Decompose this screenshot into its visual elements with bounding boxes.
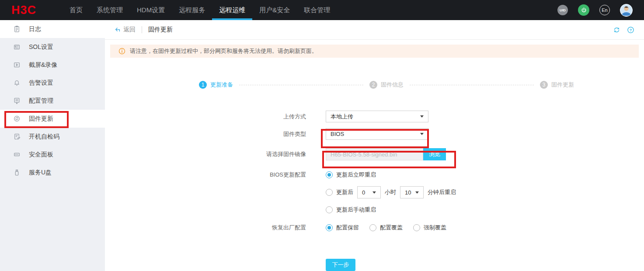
upload-method-select[interactable]: 本地上传: [326, 111, 428, 122]
firmware-image-label: 请选择固件镜像: [105, 148, 306, 160]
nav-item-user-security[interactable]: 用户&安全: [252, 0, 297, 20]
stepper: 1 更新准备 2 固件信息 3 固件更新: [105, 81, 644, 89]
minutes-suffix-label: 分钟后重启: [428, 188, 456, 196]
firmware-update-icon: [13, 115, 21, 122]
sidebar: 日志 SOL设置 截屏&录像 告警设置 配置管理: [0, 20, 105, 271]
sidebar-item-service-usb[interactable]: 服务U盘: [0, 163, 105, 181]
back-button[interactable]: 返回: [115, 26, 136, 34]
avatar[interactable]: [620, 4, 633, 17]
chevron-down-icon: [415, 191, 419, 194]
sidebar-item-label: 配置管理: [29, 97, 53, 105]
browse-button[interactable]: 浏览: [423, 148, 446, 160]
radio-button-icon: [326, 189, 333, 196]
sidebar-item-label: 安全面板: [29, 151, 53, 159]
main-content: 返回 固件更新 ? 请注意，在固件更新过程中，部分网页和服务将无法使用。请勿刷新…: [105, 20, 644, 271]
delay-hours-value: 0: [362, 189, 365, 196]
chevron-down-icon: [420, 133, 424, 135]
sidebar-item-config-management[interactable]: 配置管理: [0, 92, 105, 110]
security-panel-icon: [13, 151, 21, 158]
sidebar-item-label: 截屏&录像: [29, 61, 57, 69]
step-connector: [239, 85, 363, 85]
sidebar-item-alarm-settings[interactable]: 告警设置: [0, 74, 105, 92]
next-step-button[interactable]: 下一步: [326, 259, 355, 271]
radio-config-force-overwrite[interactable]: 强制覆盖: [413, 224, 446, 232]
hours-unit-label: 小时: [385, 188, 396, 196]
radio-button-icon: [413, 224, 420, 231]
sidebar-item-post-code[interactable]: 开机自检码: [0, 128, 105, 146]
step-label: 固件信息: [381, 81, 404, 89]
firmware-type-value: BIOS: [331, 131, 344, 137]
firmware-update-form: 上传方式 本地上传 固件类型 BIOS 请选择固: [105, 111, 644, 271]
back-label: 返回: [123, 26, 136, 34]
breadcrumb: 返回 固件更新 ?: [105, 20, 644, 40]
radio-button-icon: [326, 224, 333, 231]
sidebar-item-security-panel[interactable]: 安全面板: [0, 146, 105, 163]
sidebar-item-label: 告警设置: [29, 79, 53, 87]
delay-minutes-value: 10: [405, 189, 411, 196]
help-icon[interactable]: ?: [627, 26, 634, 34]
sidebar-item-firmware-update[interactable]: 固件更新: [0, 110, 105, 128]
nav-item-home[interactable]: 首页: [63, 0, 90, 20]
sidebar-item-label: SOL设置: [29, 43, 53, 51]
firmware-type-row: 固件类型 BIOS: [105, 128, 644, 140]
radio-label: 更新后手动重启: [336, 206, 376, 214]
config-management-icon: [13, 97, 21, 104]
sidebar-item-screen-record[interactable]: 截屏&录像: [0, 56, 105, 74]
chevron-down-icon: [372, 191, 376, 194]
avatar-image: [620, 4, 633, 17]
language-button[interactable]: En: [599, 5, 610, 15]
radio-restart-delayed[interactable]: 更新后: [326, 188, 353, 196]
nav-item-hdm-settings[interactable]: HDM设置: [130, 0, 172, 20]
firmware-image-row: 请选择固件镜像 H65-BIOS-5.58-signed.bin 浏览: [105, 148, 644, 160]
radio-config-retain[interactable]: 配置保留: [326, 224, 359, 232]
firmware-image-input: H65-BIOS-5.58-signed.bin: [326, 148, 423, 160]
nav-item-remote-services[interactable]: 远程服务: [172, 0, 212, 20]
h3c-logo[interactable]: H3C: [11, 3, 36, 17]
radio-restart-immediately[interactable]: 更新后立即重启: [326, 171, 376, 179]
radio-restart-manual[interactable]: 更新后手动重启: [326, 206, 376, 214]
nav-item-remote-ops[interactable]: 远程运维: [212, 0, 252, 20]
refresh-icon[interactable]: [613, 26, 620, 34]
sidebar-item-log[interactable]: 日志: [0, 20, 105, 38]
upload-method-label: 上传方式: [105, 111, 306, 122]
radio-button-icon: [326, 171, 333, 178]
factory-config-label: 恢复出厂配置: [105, 222, 306, 233]
warning-banner-text: 请注意，在固件更新过程中，部分网页和服务将无法使用。请勿刷新页面。: [130, 47, 317, 55]
upload-method-value: 本地上传: [331, 113, 353, 121]
step-update-prepare: 1 更新准备: [199, 81, 233, 89]
sidebar-item-sol-settings[interactable]: SOL设置: [0, 38, 105, 56]
delay-minutes-select[interactable]: 10: [400, 186, 424, 198]
chevron-down-icon: [420, 115, 424, 118]
page-actions: ?: [613, 26, 634, 34]
log-icon: [13, 25, 21, 33]
nav-right-actions: UID En: [557, 4, 633, 17]
step-number: 1: [199, 81, 207, 89]
step-connector: [410, 85, 534, 85]
radio-label-prefix: 更新后: [336, 188, 353, 196]
service-usb-icon: [13, 169, 21, 176]
step-number: 2: [369, 81, 377, 89]
breadcrumb-divider: [142, 26, 142, 33]
radio-config-overwrite[interactable]: 配置覆盖: [369, 224, 403, 232]
upload-method-row: 上传方式 本地上传: [105, 111, 644, 122]
firmware-image-filename: H65-BIOS-5.58-signed.bin: [331, 151, 397, 158]
uid-button[interactable]: UID: [557, 5, 568, 15]
radio-label: 更新后立即重启: [336, 171, 376, 179]
step-firmware-info: 2 固件信息: [369, 81, 404, 89]
power-icon: [581, 7, 587, 14]
post-code-icon: [13, 133, 21, 140]
bios-update-config-label: BIOS更新配置: [105, 169, 306, 181]
warning-banner: 请注意，在固件更新过程中，部分网页和服务将无法使用。请勿刷新页面。: [110, 45, 639, 58]
bios-update-config-row: BIOS更新配置 更新后立即重启 更新后: [105, 169, 644, 216]
radio-button-icon: [369, 224, 376, 231]
nav-item-system-management[interactable]: 系统管理: [90, 0, 130, 20]
firmware-type-select[interactable]: BIOS: [326, 128, 428, 140]
screen-record-icon: [13, 61, 21, 69]
nav-item-federation[interactable]: 联合管理: [297, 0, 337, 20]
radio-label: 配置覆盖: [380, 224, 403, 232]
sidebar-item-label: 开机自检码: [29, 133, 59, 141]
power-button[interactable]: [578, 4, 589, 16]
page-title: 固件更新: [148, 26, 173, 34]
radio-button-icon: [326, 206, 333, 213]
delay-hours-select[interactable]: 0: [357, 186, 381, 198]
